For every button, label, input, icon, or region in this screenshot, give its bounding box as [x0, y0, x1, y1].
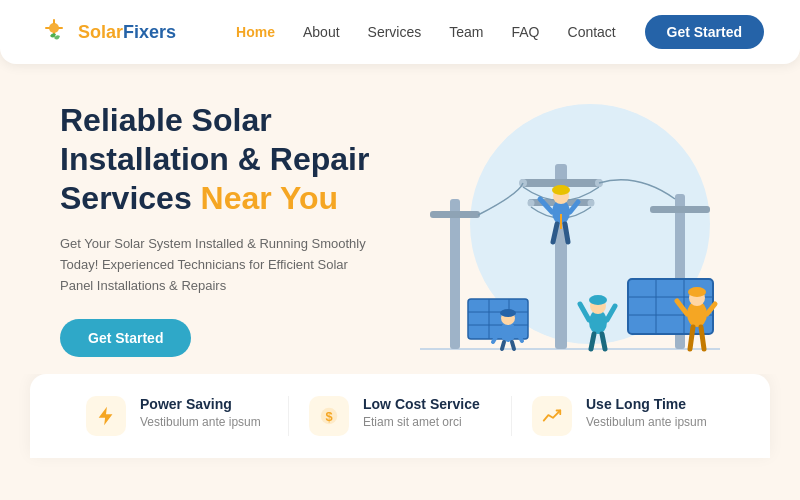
hero-title: Reliable Solar Installation & Repair Ser… — [60, 101, 440, 218]
svg-rect-17 — [430, 211, 480, 218]
svg-point-1 — [49, 23, 59, 33]
nav-item-about[interactable]: About — [303, 23, 340, 41]
nav-link-services[interactable]: Services — [368, 24, 422, 40]
nav-link-faq[interactable]: FAQ — [512, 24, 540, 40]
svg-line-36 — [565, 224, 568, 242]
svg-point-47 — [688, 287, 706, 297]
hero-illustration — [440, 94, 740, 364]
svg-line-41 — [580, 304, 589, 320]
svg-rect-16 — [450, 199, 460, 349]
feature-low-cost: $ Low Cost Service Etiam sit amet orci — [289, 396, 512, 436]
long-time-icon-wrap — [532, 396, 572, 436]
nav-links: Home About Services Team FAQ Contact — [236, 23, 616, 41]
nav-link-about[interactable]: About — [303, 24, 340, 40]
feature-power-saving-title: Power Saving — [140, 396, 261, 412]
chart-icon — [541, 405, 563, 427]
feature-power-saving: Power Saving Vestibulum ante ipsum — [66, 396, 289, 436]
svg-point-32 — [552, 185, 570, 195]
hero-section: Reliable Solar Installation & Repair Ser… — [0, 64, 800, 374]
power-saving-icon-wrap — [86, 396, 126, 436]
svg-line-43 — [591, 334, 594, 349]
feature-low-cost-title: Low Cost Service — [363, 396, 480, 412]
svg-line-44 — [602, 334, 605, 349]
svg-line-51 — [701, 327, 704, 349]
feature-long-time: Use Long Time Vestibulum ante ipsum — [512, 396, 734, 436]
nav-link-team[interactable]: Team — [449, 24, 483, 40]
nav-item-services[interactable]: Services — [368, 23, 422, 41]
low-cost-icon-wrap: $ — [309, 396, 349, 436]
svg-point-13 — [588, 200, 595, 207]
nav-cta-button[interactable]: Get Started — [645, 15, 764, 49]
nav-link-contact[interactable]: Contact — [568, 24, 616, 40]
logo-text: SolarFixers — [78, 22, 176, 43]
nav-item-team[interactable]: Team — [449, 23, 483, 41]
svg-line-57 — [502, 342, 504, 349]
features-bar: Power Saving Vestibulum ante ipsum $ Low… — [30, 374, 770, 458]
hero-subtitle: Get Your Solar System Installed & Runnin… — [60, 234, 370, 296]
feature-long-time-title: Use Long Time — [586, 396, 707, 412]
dollar-icon: $ — [318, 405, 340, 427]
nav-item-home[interactable]: Home — [236, 23, 275, 41]
feature-power-saving-text: Power Saving Vestibulum ante ipsum — [140, 396, 261, 429]
feature-long-time-text: Use Long Time Vestibulum ante ipsum — [586, 396, 707, 429]
svg-point-40 — [589, 295, 607, 305]
logo[interactable]: SolarFixers — [36, 14, 176, 50]
feature-long-time-desc: Vestibulum ante ipsum — [586, 415, 707, 429]
nav-link-home[interactable]: Home — [236, 24, 275, 40]
svg-line-42 — [607, 306, 615, 320]
logo-icon — [36, 14, 72, 50]
bolt-icon — [95, 405, 117, 427]
hero-text-block: Reliable Solar Installation & Repair Ser… — [60, 101, 440, 356]
feature-low-cost-text: Low Cost Service Etiam sit amet orci — [363, 396, 480, 429]
svg-text:$: $ — [325, 409, 332, 424]
navbar: SolarFixers Home About Services Team FAQ… — [0, 0, 800, 64]
svg-point-12 — [528, 200, 535, 207]
hero-cta-button[interactable]: Get Started — [60, 319, 191, 357]
svg-line-50 — [690, 327, 693, 349]
nav-item-faq[interactable]: FAQ — [512, 23, 540, 41]
svg-point-54 — [500, 309, 516, 317]
svg-rect-15 — [650, 206, 710, 213]
feature-power-saving-desc: Vestibulum ante ipsum — [140, 415, 261, 429]
feature-low-cost-desc: Etiam sit amet orci — [363, 415, 480, 429]
nav-item-contact[interactable]: Contact — [568, 23, 616, 41]
illustration-svg — [400, 104, 740, 364]
svg-line-58 — [512, 342, 514, 349]
